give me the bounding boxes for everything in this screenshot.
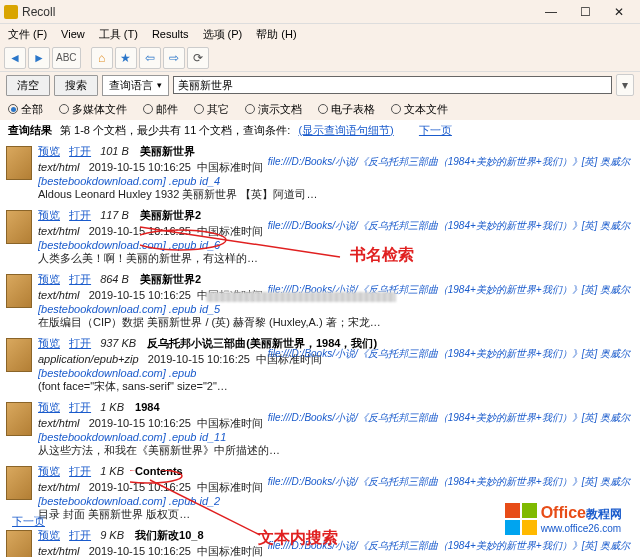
open-link[interactable]: 打开 (69, 529, 91, 541)
result-date: 2019-10-15 10:16:25 (89, 481, 191, 493)
menu-file[interactable]: 文件 (F) (4, 26, 51, 43)
result-size: 117 B (100, 209, 129, 221)
nextpage-link-top[interactable]: 下一页 (419, 123, 452, 138)
result-size: 1 KB (100, 465, 124, 477)
result-filepath: file:///D:/Books/小说/《反乌托邦三部曲（1984+美妙的新世界… (268, 347, 630, 361)
abc-button[interactable]: ABC (52, 47, 81, 69)
close-button[interactable]: ✕ (602, 1, 636, 23)
office-grid-icon (505, 503, 537, 535)
filterbar: 全部 多媒体文件 邮件 其它 演示文档 电子表格 文本文件 (0, 98, 640, 120)
result-filepath: file:///D:/Books/小说/《反乌托邦三部曲（1984+美妙的新世界… (268, 539, 630, 553)
result-snippet: 人类多么美！啊！美丽的新世界，有这样的… (38, 251, 634, 266)
filter-media[interactable]: 多媒体文件 (59, 102, 127, 117)
filter-mail[interactable]: 邮件 (143, 102, 178, 117)
star-button[interactable]: ★ (115, 47, 137, 69)
forward-button[interactable]: ► (28, 47, 50, 69)
status-label: 查询结果 (8, 123, 52, 138)
filter-all[interactable]: 全部 (8, 102, 43, 117)
refresh-button[interactable]: ⟳ (187, 47, 209, 69)
footer: 下一页 (4, 510, 53, 533)
back-button[interactable]: ◄ (4, 47, 26, 69)
blurred-text (206, 292, 396, 302)
result-date: 2019-10-15 10:16:25 (89, 289, 191, 301)
filter-sheet[interactable]: 电子表格 (318, 102, 375, 117)
open-link[interactable]: 打开 (69, 401, 91, 413)
preview-link[interactable]: 预览 (38, 465, 60, 477)
query-lang-combo[interactable]: 查询语言 (102, 75, 169, 96)
open-link[interactable]: 打开 (69, 145, 91, 157)
result-title: 美丽新世界2 (140, 273, 201, 285)
result-mime: text/html (38, 481, 80, 493)
result-title: 我们新改10_8 (135, 529, 203, 541)
result-mime: text/html (38, 289, 80, 301)
filter-slides[interactable]: 演示文档 (245, 102, 302, 117)
status-line: 查询结果 第 1-8 个文档，最少共有 11 个文档，查询条件: (显示查询语句… (0, 120, 640, 141)
home-button[interactable]: ⌂ (91, 47, 113, 69)
result-source: [bestebookdownload.com] .epub id_11 (38, 431, 634, 443)
book-icon (6, 338, 32, 372)
prev-page-button[interactable]: ⇦ (139, 47, 161, 69)
status-range: 第 1-8 个文档，最少共有 11 个文档，查询条件: (60, 123, 290, 138)
result-date: 2019-10-15 10:16:25 (89, 545, 191, 557)
search-button[interactable]: 搜索 (54, 75, 98, 96)
search-dropdown-icon[interactable]: ▾ (616, 74, 634, 96)
book-icon (6, 274, 32, 308)
logo-text-office: Office (541, 504, 586, 521)
book-icon (6, 466, 32, 500)
result-item: 预览 打开 937 KB 反乌托邦小说三部曲(美丽新世界，1984，我们) ap… (4, 333, 636, 397)
result-date: 2019-10-15 10:16:25 (89, 417, 191, 429)
result-date: 2019-10-15 10:16:25 (89, 225, 191, 237)
menu-view[interactable]: View (57, 27, 89, 41)
book-icon (6, 402, 32, 436)
logo-url: www.office26.com (541, 523, 622, 534)
logo-text-cn: 教程网 (586, 507, 622, 521)
minimize-button[interactable]: — (534, 1, 568, 23)
result-item: 预览 打开 101 B 美丽新世界 text/html 2019-10-15 1… (4, 141, 636, 205)
open-link[interactable]: 打开 (69, 337, 91, 349)
menu-options[interactable]: 选项 (P) (199, 26, 247, 43)
result-title: Contents (135, 465, 183, 477)
result-item: 预览 打开 1 KB 1984 text/html 2019-10-15 10:… (4, 397, 636, 461)
window-controls: — ☐ ✕ (534, 1, 636, 23)
preview-link[interactable]: 预览 (38, 337, 60, 349)
next-page-button[interactable]: ⇨ (163, 47, 185, 69)
result-filepath: file:///D:/Books/小说/《反乌托邦三部曲（1984+美妙的新世界… (268, 219, 630, 233)
result-source: [bestebookdownload.com] .epub id_6 (38, 239, 634, 251)
preview-link[interactable]: 预览 (38, 273, 60, 285)
book-icon (6, 530, 32, 557)
nextpage-link-bottom[interactable]: 下一页 (12, 515, 45, 527)
preview-link[interactable]: 预览 (38, 401, 60, 413)
result-size: 101 B (100, 145, 129, 157)
menu-tools[interactable]: 工具 (T) (95, 26, 142, 43)
result-item: 预览 打开 117 B 美丽新世界2 text/html 2019-10-15 … (4, 205, 636, 269)
result-title: 美丽新世界2 (140, 209, 201, 221)
toolbar: ◄ ► ABC ⌂ ★ ⇦ ⇨ ⟳ (0, 44, 640, 72)
result-source: [bestebookdownload.com] .epub id_5 (38, 303, 634, 315)
open-link[interactable]: 打开 (69, 273, 91, 285)
result-abstract: 中国标准时间 (197, 225, 263, 237)
filter-other[interactable]: 其它 (194, 102, 229, 117)
result-mime: text/html (38, 161, 80, 173)
menu-results[interactable]: Results (148, 27, 193, 41)
open-link[interactable]: 打开 (69, 465, 91, 477)
result-mime: text/html (38, 225, 80, 237)
result-size: 864 B (100, 273, 129, 285)
search-input[interactable] (173, 76, 612, 94)
result-title: 美丽新世界 (140, 145, 195, 157)
clear-button[interactable]: 清空 (6, 75, 50, 96)
result-mime: application/epub+zip (38, 353, 139, 365)
preview-link[interactable]: 预览 (38, 145, 60, 157)
result-abstract: 中国标准时间 (197, 545, 263, 557)
query-detail-link[interactable]: (显示查询语句细节) (298, 123, 393, 138)
menu-help[interactable]: 帮助 (H) (252, 26, 300, 43)
open-link[interactable]: 打开 (69, 209, 91, 221)
preview-link[interactable]: 预览 (38, 209, 60, 221)
maximize-button[interactable]: ☐ (568, 1, 602, 23)
result-date: 2019-10-15 10:16:25 (89, 161, 191, 173)
app-icon (4, 5, 18, 19)
result-source: [bestebookdownload.com] .epub id_4 (38, 175, 634, 187)
results-list: 预览 打开 101 B 美丽新世界 text/html 2019-10-15 1… (0, 141, 640, 557)
watermark-logo: Office教程网 www.office26.com (505, 503, 622, 535)
result-snippet: (font face="宋体, sans-serif" size="2"… (38, 379, 634, 394)
filter-text[interactable]: 文本文件 (391, 102, 448, 117)
